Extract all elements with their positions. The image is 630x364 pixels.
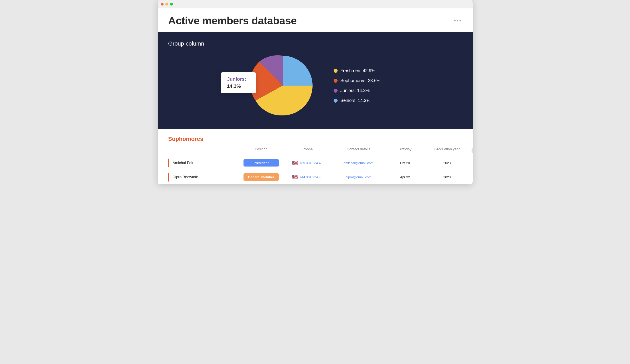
sophomores-label: Sophomores: 28.6% xyxy=(340,78,380,83)
col-position-header: Position xyxy=(239,147,283,154)
chart-area: Juniors: 14.3% xyxy=(168,52,462,119)
phone-cell: 🇺🇸 +44 331 234 4... xyxy=(283,174,332,180)
seniors-dot xyxy=(334,99,338,103)
position-badge-president: President xyxy=(244,159,279,167)
grad-year-cell: 2023 xyxy=(425,161,469,165)
table-row: Dipro Bhowmik General member 🇺🇸 +44 331 … xyxy=(158,170,472,184)
members-table: Position Phone Contact details Birthday … xyxy=(158,145,472,184)
col-add-header: + xyxy=(469,147,472,154)
flag-icon: 🇺🇸 xyxy=(292,174,298,180)
table-section: Sophomores Position Phone Contact detail… xyxy=(158,129,472,184)
col-phone-header: Phone xyxy=(283,147,332,154)
page-header: Active members database ••• xyxy=(158,8,472,32)
pie-svg xyxy=(250,52,316,119)
page-title: Active members database xyxy=(168,14,297,27)
birthday-value: Apr 32 xyxy=(400,175,410,179)
tooltip-value: 14.3% xyxy=(227,83,250,89)
grad-year-value: 2023 xyxy=(444,175,451,179)
email-cell[interactable]: dipro@email.com xyxy=(332,175,385,179)
seniors-segment xyxy=(283,56,312,86)
more-options-button[interactable]: ••• xyxy=(454,17,462,24)
juniors-label: Juniors: 14.3% xyxy=(340,88,370,93)
col-contact-header: Contact details xyxy=(332,147,385,154)
add-column-button[interactable]: + xyxy=(472,147,472,154)
col-name-header xyxy=(168,147,239,154)
table-header: Position Phone Contact details Birthday … xyxy=(158,145,472,156)
chart-section: Group column Juniors: 14.3% xyxy=(158,32,472,129)
legend-sophomores: Sophomores: 28.6% xyxy=(334,78,380,83)
tooltip-title: Juniors: xyxy=(227,76,250,82)
grad-year-value: 2023 xyxy=(444,161,451,165)
phone-cell: 🇺🇸 +39 331 234 4... xyxy=(283,160,332,166)
position-badge-general: General member xyxy=(244,173,279,181)
legend-freshmen: Freshmen: 42.9% xyxy=(334,68,380,73)
email-cell[interactable]: amichai@email.com xyxy=(332,161,385,165)
titlebar xyxy=(158,0,472,8)
chart-tooltip: Juniors: 14.3% xyxy=(221,72,256,93)
member-name-cell: Dipro Bhowmik xyxy=(168,173,239,182)
chart-legend: Freshmen: 42.9% Sophomores: 28.6% Junior… xyxy=(334,68,380,103)
legend-seniors: Seniors: 14.3% xyxy=(334,98,380,103)
juniors-dot xyxy=(334,89,338,93)
minimize-button[interactable] xyxy=(165,3,168,5)
birthday-cell: Oct 20 xyxy=(385,161,425,165)
position-cell: President xyxy=(239,159,283,167)
freshmen-dot xyxy=(334,69,338,73)
sophomores-dot xyxy=(334,79,338,83)
group-header: Sophomores xyxy=(158,136,472,145)
email-address: dipro@email.com xyxy=(346,175,372,179)
close-button[interactable] xyxy=(161,3,164,5)
flag-icon: 🇺🇸 xyxy=(292,160,298,166)
table-row: Amichai Feit President 🇺🇸 +39 331 234 4.… xyxy=(158,156,472,170)
orange-bar xyxy=(168,159,169,167)
legend-juniors: Juniors: 14.3% xyxy=(334,88,380,93)
birthday-value: Oct 20 xyxy=(400,161,410,165)
phone-number: +39 331 234 4... xyxy=(300,161,324,165)
email-address: amichai@email.com xyxy=(344,161,374,165)
col-grad-header: Graduation year xyxy=(425,147,469,154)
phone-number: +44 331 234 4... xyxy=(300,175,324,179)
member-name: Dipro Bhowmik xyxy=(173,175,198,179)
seniors-label: Seniors: 14.3% xyxy=(340,98,370,103)
app-window: Active members database ••• Group column… xyxy=(158,0,472,184)
birthday-cell: Apr 32 xyxy=(385,175,425,179)
col-birthday-header: Birthday xyxy=(385,147,425,154)
pie-chart: Juniors: 14.3% xyxy=(250,52,316,119)
maximize-button[interactable] xyxy=(170,3,173,5)
member-name: Amichai Feit xyxy=(173,161,194,165)
group-column-label: Group column xyxy=(168,40,462,47)
orange-bar xyxy=(168,173,169,182)
position-cell: General member xyxy=(239,173,283,181)
member-name-cell: Amichai Feit xyxy=(168,159,239,167)
freshmen-label: Freshmen: 42.9% xyxy=(340,68,375,73)
grad-year-cell: 2023 xyxy=(425,175,469,179)
